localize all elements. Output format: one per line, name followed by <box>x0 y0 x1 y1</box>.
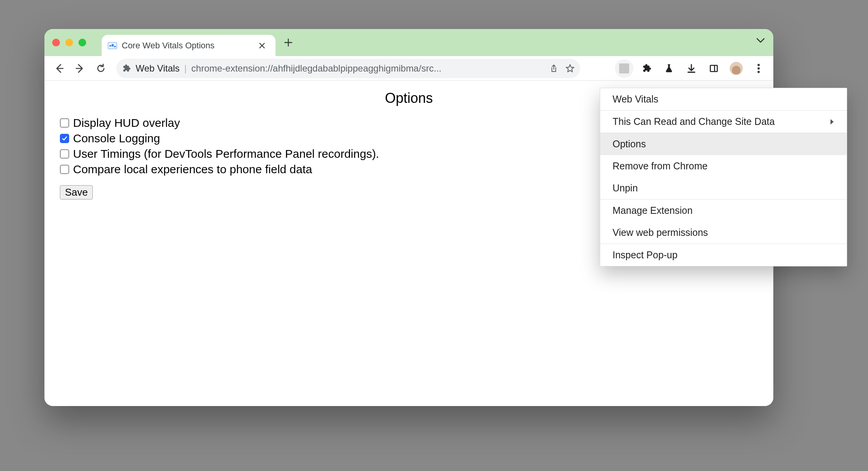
menu-item[interactable]: Remove from Chrome <box>600 155 847 177</box>
tab-title: Core Web Vitals Options <box>122 41 252 51</box>
tab-favicon <box>108 42 117 49</box>
share-icon[interactable] <box>549 64 558 73</box>
toolbar: Web Vitals | chrome-extension://ahfhijdl… <box>44 56 773 81</box>
option-label: Display HUD overlay <box>73 116 180 130</box>
menu-item-site-data[interactable]: This Can Read and Change Site Data <box>600 111 847 133</box>
svg-rect-0 <box>710 65 717 72</box>
menu-item[interactable]: Unpin <box>600 177 847 199</box>
menu-item-label: View web permissions <box>613 227 708 238</box>
panel-icon[interactable] <box>705 59 723 78</box>
minimize-window-button[interactable] <box>65 39 73 46</box>
svg-point-4 <box>757 71 760 73</box>
omnibox-trailing <box>549 64 575 73</box>
save-button[interactable]: Save <box>60 185 93 200</box>
option-checkbox[interactable] <box>60 118 69 128</box>
active-extension-button[interactable] <box>615 59 633 78</box>
menu-header-label: Web Vitals <box>613 94 659 105</box>
back-button[interactable] <box>50 59 68 78</box>
extensions-icon[interactable] <box>637 59 656 78</box>
browser-window: Core Web Vitals Options Web Vitals | <box>44 29 773 406</box>
url-text: chrome-extension://ahfhijdlegdabablpippe… <box>191 63 545 74</box>
menu-item[interactable]: Inspect Pop-up <box>600 244 847 266</box>
menu-item[interactable]: Options <box>600 133 847 155</box>
menu-item-label: Options <box>613 138 646 150</box>
toolbar-right <box>615 59 768 78</box>
browser-tab[interactable]: Core Web Vitals Options <box>102 35 276 56</box>
menu-item[interactable]: Manage Extension <box>600 200 847 222</box>
forward-button[interactable] <box>71 59 89 78</box>
tab-strip: Core Web Vitals Options <box>44 29 773 56</box>
new-tab-button[interactable] <box>279 34 297 51</box>
option-label: User Timings (for DevTools Performance P… <box>73 147 379 160</box>
labs-icon[interactable] <box>660 59 678 78</box>
option-checkbox[interactable] <box>60 134 69 143</box>
extension-context-menu: Web Vitals This Can Read and Change Site… <box>600 88 847 266</box>
tab-overflow-button[interactable] <box>756 38 765 43</box>
kebab-menu-icon[interactable] <box>749 59 768 78</box>
option-checkbox[interactable] <box>60 149 69 159</box>
svg-point-3 <box>757 67 760 70</box>
window-controls <box>52 39 86 46</box>
menu-item-label: Inspect Pop-up <box>613 249 677 261</box>
maximize-window-button[interactable] <box>78 39 86 46</box>
omnibox-separator: | <box>184 63 187 74</box>
downloads-icon[interactable] <box>682 59 701 78</box>
menu-item-label: Remove from Chrome <box>613 160 708 172</box>
reload-button[interactable] <box>92 59 110 78</box>
close-window-button[interactable] <box>52 39 60 46</box>
menu-item-label: Unpin <box>613 183 638 194</box>
menu-item-label: This Can Read and Change Site Data <box>613 116 775 127</box>
option-label: Compare local experiences to phone field… <box>73 163 312 176</box>
extension-icon <box>122 64 131 73</box>
close-tab-button[interactable] <box>256 40 268 51</box>
bookmark-star-icon[interactable] <box>565 64 575 73</box>
extension-name: Web Vitals <box>136 63 180 74</box>
menu-header: Web Vitals <box>600 88 847 110</box>
menu-item[interactable]: View web permissions <box>600 222 847 244</box>
chevron-right-icon <box>830 119 834 125</box>
menu-item-label: Manage Extension <box>613 205 693 216</box>
address-bar[interactable]: Web Vitals | chrome-extension://ahfhijdl… <box>116 59 580 78</box>
option-checkbox[interactable] <box>60 165 69 174</box>
profile-avatar[interactable] <box>727 59 745 78</box>
option-label: Console Logging <box>73 132 160 145</box>
svg-point-2 <box>757 64 760 66</box>
